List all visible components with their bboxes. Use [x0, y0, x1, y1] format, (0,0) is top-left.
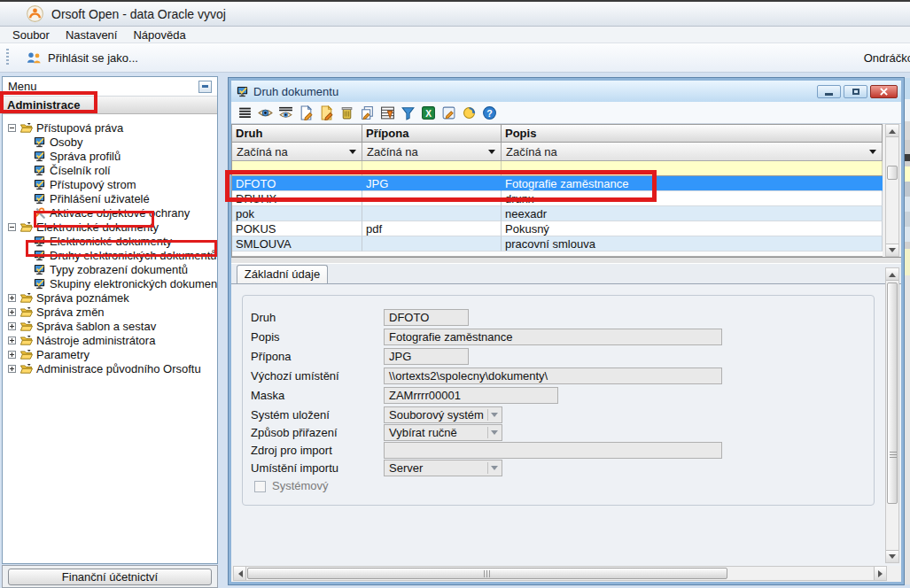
expand-expander-icon[interactable] — [8, 322, 16, 330]
menu-item-napoveda[interactable]: Nápověda — [125, 27, 193, 43]
copy-record-icon[interactable] — [360, 105, 375, 120]
expand-expander-icon[interactable] — [8, 308, 16, 316]
scroll-up-icon[interactable] — [886, 268, 898, 281]
sidebar-collapse-button[interactable] — [198, 81, 212, 93]
form-field-umisteni-importu[interactable]: Server — [384, 460, 502, 476]
form-field-pripona[interactable]: JPG — [384, 348, 469, 365]
tree-item-label: Přístupová práva — [36, 121, 123, 135]
minimize-button[interactable] — [817, 85, 841, 98]
close-button[interactable] — [870, 85, 898, 98]
help-icon[interactable]: ? — [482, 105, 497, 120]
form-vertical-scrollbar[interactable] — [885, 267, 899, 563]
tree-item-aktivace-objektove-ochrany[interactable]: Aktivace objektové ochrany — [3, 205, 217, 220]
tree-item-label: Administrace původního Orsoftu — [36, 362, 201, 375]
table-vertical-scrollbar[interactable] — [885, 124, 899, 257]
collapse-expander-icon[interactable] — [8, 223, 16, 231]
tree-item-skupiny-elektronickych-dokumentu[interactable]: Skupiny elektronických dokumentů — [3, 276, 217, 290]
collapse-expander-icon[interactable] — [8, 124, 16, 132]
tree-item-typy-zobrazeni-dokumentu[interactable]: Typy zobrazení dokumentů — [3, 262, 217, 276]
table-row[interactable]: pokneexadr — [232, 206, 883, 221]
restore-button[interactable] — [844, 85, 867, 98]
tree-item-pristupovy-strom[interactable]: Přístupový strom — [3, 177, 217, 191]
expand-expander-icon[interactable] — [8, 337, 16, 344]
scrollbar-thumb[interactable] — [887, 166, 898, 180]
view-columns-icon[interactable] — [278, 105, 293, 120]
form-label-system-ulozeni: Systém uložení — [251, 408, 330, 422]
filter-input-cell[interactable] — [502, 161, 883, 175]
table-row[interactable]: POKUSpdfPokusný — [232, 221, 883, 236]
tree-item-elektronicke-dokumenty[interactable]: Elektronické dokumenty — [3, 234, 217, 248]
login-as-label: Přihlásit se jako... — [48, 51, 138, 65]
table-filter-input-row[interactable] — [232, 161, 883, 176]
menu-item-nastaveni[interactable]: Nastavení — [58, 27, 126, 43]
tree-item-sprava-poznamek[interactable]: Správa poznámek — [3, 290, 217, 305]
table-row[interactable]: SMLOUVApracovní smlouva — [232, 236, 883, 251]
expand-expander-icon[interactable] — [8, 294, 16, 302]
table-row[interactable]: DRUHXdrunx — [232, 191, 883, 206]
summary-icon[interactable] — [380, 105, 395, 120]
edit-record-icon[interactable] — [319, 105, 334, 120]
scroll-up-icon[interactable] — [886, 125, 898, 137]
view-icon[interactable] — [258, 105, 273, 120]
scroll-down-icon[interactable] — [886, 550, 898, 562]
menu-item-soubor[interactable]: Soubor — [4, 27, 58, 43]
table-row[interactable]: DFOTOJPGFotografie zaměstnance — [232, 176, 883, 191]
sidebar-header: Menu — [3, 77, 217, 97]
form-field-vychozi-umisteni[interactable]: \\ortexts2\spolecny\dokumenty\ — [384, 368, 722, 384]
module-icon — [33, 150, 46, 163]
form-field-zpusob-prirazeni[interactable]: Vybírat ručně — [384, 424, 502, 441]
form-field-popis[interactable]: Fotografie zaměstnance — [384, 329, 722, 345]
edit-cell-icon[interactable] — [441, 105, 456, 120]
tree-item-ciselnik-roli[interactable]: Číselník rolí — [3, 163, 217, 177]
delete-record-icon[interactable] — [339, 105, 354, 120]
tree-item-parametry[interactable]: Parametry — [3, 347, 217, 361]
filter-dropdown-druh[interactable]: Začíná na — [232, 143, 362, 161]
column-header-druh[interactable]: Druh — [232, 124, 362, 143]
tree-item-administrace-puvodniho-orsoftu[interactable]: Administrace původního Orsoftu — [3, 361, 217, 375]
tree-item-druhy-elektronickych-dokumentu[interactable]: Druhy elektronických dokumentů — [3, 248, 217, 262]
new-record-icon[interactable] — [299, 105, 314, 120]
scrollbar-thumb[interactable] — [887, 282, 898, 504]
chevron-down-icon — [869, 150, 876, 158]
tree-item-prihlaseni-uzivatele[interactable]: Přihlášení uživatelé — [3, 191, 217, 205]
filter-dropdown-popis[interactable]: Začíná na — [502, 143, 883, 161]
filter-input-cell[interactable] — [362, 161, 502, 175]
tree-item-elektronicke-dokumenty[interactable]: Elektronické dokumenty — [3, 220, 217, 234]
login-as-button[interactable]: Přihlásit se jako... — [20, 49, 144, 67]
splitter[interactable] — [231, 257, 901, 264]
tree-item-osoby[interactable]: Osoby — [3, 135, 217, 149]
filter-input-cell[interactable] — [232, 161, 362, 175]
module-icon — [33, 135, 46, 149]
scrollbar-thumb[interactable] — [247, 568, 727, 579]
export-excel-icon[interactable]: X — [421, 105, 436, 120]
form-field-value: \\ortexts2\spolecny\dokumenty\ — [389, 369, 548, 383]
filter-dropdown-pripona[interactable]: Začíná na — [362, 143, 502, 161]
scroll-down-icon[interactable] — [886, 244, 898, 256]
tab-zakladni-udaje[interactable]: Základní údaje — [237, 265, 328, 283]
expand-expander-icon[interactable] — [8, 351, 16, 359]
column-header-pripona[interactable]: Přípona — [362, 124, 502, 143]
tree-item-sprava-profilu[interactable]: Správa profilů — [3, 149, 217, 163]
tree-item-nastroje-administratora[interactable]: Nástroje administrátora — [3, 333, 217, 347]
filter-icon[interactable] — [401, 105, 416, 120]
form-field-system-ulozeni[interactable]: Souborový systém — [384, 406, 502, 423]
toolbar-grip[interactable] — [6, 49, 9, 66]
refresh-icon[interactable] — [462, 105, 477, 120]
form-field-maska[interactable]: ZAMrrrr00001 — [384, 387, 558, 404]
scroll-right-icon[interactable] — [874, 567, 886, 580]
tree-item-pristupova-prava[interactable]: Přístupová práva — [3, 120, 217, 135]
expand-expander-icon[interactable] — [8, 365, 16, 373]
list-icon[interactable] — [237, 105, 253, 120]
window-titlebar[interactable]: Druh dokumentu — [231, 81, 901, 102]
tree-item-sprava-zmen[interactable]: Správa změn — [3, 305, 217, 319]
column-header-popis[interactable]: Popis — [502, 124, 883, 143]
tree-item-sprava-sablon-a-sestav[interactable]: Správa šablon a sestav — [3, 319, 217, 333]
scroll-left-icon[interactable] — [234, 567, 246, 580]
horizontal-scrollbar[interactable] — [233, 566, 887, 581]
sidebar-section-administrace[interactable]: Administrace — [3, 97, 217, 114]
systemovy-checkbox[interactable] — [254, 481, 266, 492]
form-field-zdroj-pro-import[interactable] — [384, 442, 722, 459]
module-icon — [33, 178, 46, 191]
module-select-button[interactable]: Finanční účetnictví — [8, 569, 212, 585]
form-field-druh[interactable]: DFOTO — [384, 309, 469, 326]
